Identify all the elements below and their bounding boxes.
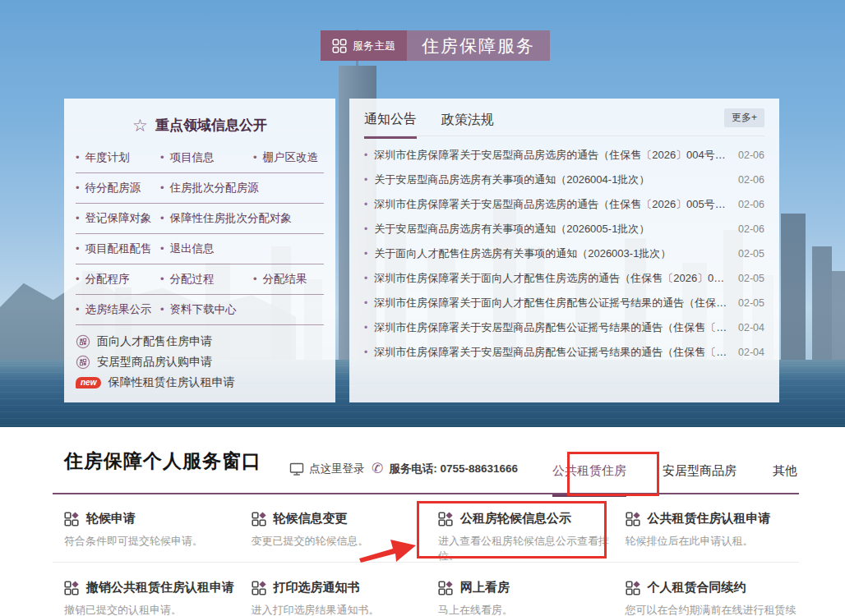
announcement-item[interactable]: 关于安居型商品房选房有关事项的通知（2026005-1批次） 02-06 <box>364 217 764 241</box>
header-divider <box>53 493 799 494</box>
service-title: 轮候信息变更 <box>274 511 348 526</box>
link-row: 选房结果公示 资料下载中心 <box>76 295 324 325</box>
notice-panel: 通知公告 政策法规 更多+ 深圳市住房保障署关于安居型商品房选房的通告（住保售〔… <box>349 99 779 402</box>
apply-link-label: 面向人才配售住房申请 <box>97 334 212 349</box>
service-title: 公租房轮候信息公示 <box>460 511 571 526</box>
link-row: 分配程序 分配过程 分配结果 <box>76 264 324 295</box>
service-contract-renewal[interactable]: 个人租赁合同续约 您可以在合约期满前在线进行租赁续约。 <box>626 570 813 616</box>
service-title: 撤销公共租赁住房认租申请 <box>86 580 234 595</box>
announcement-title: 深圳市住房保障署关于面向人才配售住房选房的通告（住保售〔2026〕003号批次） <box>374 271 730 286</box>
service-desc: 进入打印选房结果通知书。 <box>252 603 439 616</box>
service-title: 打印选房通知书 <box>274 580 360 595</box>
notice-tabs: 通知公告 政策法规 更多+ <box>364 105 764 136</box>
service-theme-label: 服务主题 <box>353 39 395 53</box>
announcement-item[interactable]: 深圳市住房保障署关于安居型商品房选房的通告（住保售〔2026〕004号批次） 0… <box>364 143 764 168</box>
link-project-rent-sale[interactable]: 项目配租配售 <box>76 241 160 256</box>
page-title: 住房保障服务 <box>407 30 550 61</box>
service-title: 轮候申请 <box>86 511 136 526</box>
service-desc: 轮候排位后在此申请认租。 <box>626 534 813 549</box>
apply-rental-housing[interactable]: new 保障性租赁住房认租申请 <box>76 375 324 390</box>
service-waitlist-publicity[interactable]: 公租房轮候信息公示 进入查看公租房轮候信息公示查看排位。 <box>438 501 626 570</box>
service-title: 公共租赁住房认租申请 <box>648 511 771 526</box>
announcement-title: 深圳市住房保障署关于安居型商品房选房的通告（住保售〔2026〕004号批次） <box>374 148 730 163</box>
announcement-list: 深圳市住房保障署关于安居型商品房选房的通告（住保售〔2026〕004号批次） 0… <box>364 143 764 365</box>
monitor-icon <box>289 462 304 476</box>
announcement-title: 深圳市住房保障署关于面向人才配售住房配售公证摇号结果的通告（住保售〔2026〕0… <box>374 296 730 310</box>
service-waitlist-change[interactable]: 轮候信息变更 变更已提交的轮候信息。 <box>252 501 439 570</box>
more-button[interactable]: 更多+ <box>724 108 764 127</box>
login-label: 点这里登录 <box>309 462 365 476</box>
service-cancel-rental-apply[interactable]: 撤销公共租赁住房认租申请 撤销已提交的认租申请。 <box>64 570 252 616</box>
link-selection-publicity[interactable]: 选房结果公示 <box>76 302 160 317</box>
announcement-date: 02-04 <box>738 322 764 333</box>
service-waitlist-apply[interactable]: 轮候申请 符合条件即可提交轮候申请。 <box>64 501 252 570</box>
phone-label: 服务电话: 0755-88631666 <box>389 462 518 476</box>
service-print-notice[interactable]: 打印选房通知书 进入打印选房结果通知书。 <box>252 570 439 616</box>
key-info-panel: ☆ 重点领域信息公开 年度计划 项目信息 棚户区改造 待分配房源 住房批次分配房… <box>64 99 335 402</box>
phone-icon: ✆ <box>372 460 383 477</box>
seal-icon <box>76 355 90 370</box>
announcement-item[interactable]: 关于面向人才配售住房选房有关事项的通知（2026003-1批次） 02-05 <box>364 241 764 266</box>
grid-row-divider <box>53 562 799 563</box>
link-annual-plan[interactable]: 年度计划 <box>76 150 160 165</box>
service-grid-icon <box>626 512 640 526</box>
announcement-date: 02-06 <box>738 149 764 161</box>
announcement-item[interactable]: 深圳市住房保障署关于安居型商品房选房的通告（住保售〔2026〕005号批次） 0… <box>364 192 764 217</box>
link-registered-targets[interactable]: 登记保障对象 <box>76 211 160 226</box>
seal-icon <box>76 334 90 349</box>
service-grid-icon <box>626 581 640 595</box>
tab-other[interactable]: 其他 <box>773 463 797 497</box>
service-desc: 变更已提交的轮候信息。 <box>252 534 439 549</box>
link-exit-info[interactable]: 退出信息 <box>160 241 324 256</box>
link-allocation-result[interactable]: 分配结果 <box>253 272 324 287</box>
apply-links: 面向人才配售住房申请 安居型商品房认购申请 new 保障性租赁住房认租申请 <box>76 334 324 390</box>
service-rental-apply[interactable]: 公共租赁住房认租申请 轮候排位后在此申请认租。 <box>626 501 813 570</box>
star-icon: ☆ <box>132 117 148 134</box>
announcement-item[interactable]: 深圳市住房保障署关于安居型商品房配售公证摇号结果的通告（住保售〔2026〕005… <box>364 315 764 340</box>
service-desc: 您可以在合约期满前在线进行租赁续约。 <box>626 603 813 616</box>
announcement-item[interactable]: 深圳市住房保障署关于面向人才配售住房配售公证摇号结果的通告（住保售〔2026〕0… <box>364 291 764 315</box>
tab-public-rental[interactable]: 公共租赁住房 <box>552 463 626 497</box>
link-download-center[interactable]: 资料下载中心 <box>160 302 324 317</box>
service-grid-icon <box>64 512 79 526</box>
login-link[interactable]: 点这里登录 <box>289 462 365 476</box>
service-grid-icon <box>438 581 453 595</box>
service-title: 个人租赁合同续约 <box>648 580 746 595</box>
link-shantytown[interactable]: 棚户区改造 <box>253 150 324 165</box>
announcement-item[interactable]: 深圳市住房保障署关于面向人才配售住房选房的通告（住保售〔2026〕003号批次）… <box>364 266 764 291</box>
link-pending-housing[interactable]: 待分配房源 <box>76 181 160 195</box>
announcement-date: 02-06 <box>738 223 764 235</box>
key-info-header: ☆ 重点领域信息公开 <box>76 107 324 143</box>
announcement-date: 02-06 <box>738 174 764 186</box>
announcement-date: 02-05 <box>738 248 764 260</box>
service-grid: 轮候申请 符合条件即可提交轮候申请。 轮候信息变更 变更已提交的轮候信息。 <box>64 501 812 616</box>
service-title: 网上看房 <box>460 580 510 595</box>
tab-notices[interactable]: 通知公告 <box>364 111 417 139</box>
page: { "colors": { "accent_purple": "#7a4d6f"… <box>0 0 845 616</box>
link-row: 年度计划 项目信息 棚户区改造 <box>76 143 324 173</box>
link-batch-targets[interactable]: 保障性住房批次分配对象 <box>160 211 324 226</box>
apply-talent-housing[interactable]: 面向人才配售住房申请 <box>76 334 324 349</box>
link-allocation-procedure[interactable]: 分配程序 <box>76 272 160 287</box>
announcement-item[interactable]: 深圳市住房保障署关于安居型商品房配售公证摇号结果的通告（住保售〔2026〕004… <box>364 340 764 365</box>
service-window-title: 住房保障个人服务窗口 <box>64 448 261 474</box>
apply-affordable-purchase[interactable]: 安居型商品房认购申请 <box>76 355 324 370</box>
tab-affordable-housing[interactable]: 安居型商品房 <box>663 463 736 497</box>
announcement-title: 关于安居型商品房选房有关事项的通知（2026004-1批次） <box>374 172 730 187</box>
announcement-date: 02-05 <box>738 273 764 284</box>
link-row: 项目配租配售 退出信息 <box>76 234 324 264</box>
service-grid-icon <box>252 581 266 595</box>
key-info-title: 重点领域信息公开 <box>155 116 267 135</box>
announcement-date: 02-06 <box>738 199 764 210</box>
service-desc: 撤销已提交的认租申请。 <box>64 603 252 616</box>
service-online-viewing[interactable]: 网上看房 马上在线看房。 <box>438 570 626 616</box>
announcement-item[interactable]: 关于安居型商品房选房有关事项的通知（2026004-1批次） 02-06 <box>364 168 764 192</box>
service-grid-icon <box>438 512 453 526</box>
link-allocation-process[interactable]: 分配过程 <box>160 272 253 287</box>
tab-policies[interactable]: 政策法规 <box>441 112 494 137</box>
hero-banner: 服务主题 住房保障服务 ☆ 重点领域信息公开 年度计划 项目信息 棚户区改造 待… <box>0 0 845 427</box>
link-project-info[interactable]: 项目信息 <box>160 150 253 165</box>
announcement-title: 深圳市住房保障署关于安居型商品房配售公证摇号结果的通告（住保售〔2026〕005… <box>374 320 730 335</box>
link-batch-housing[interactable]: 住房批次分配房源 <box>160 181 324 195</box>
apply-link-label: 安居型商品房认购申请 <box>97 355 212 370</box>
